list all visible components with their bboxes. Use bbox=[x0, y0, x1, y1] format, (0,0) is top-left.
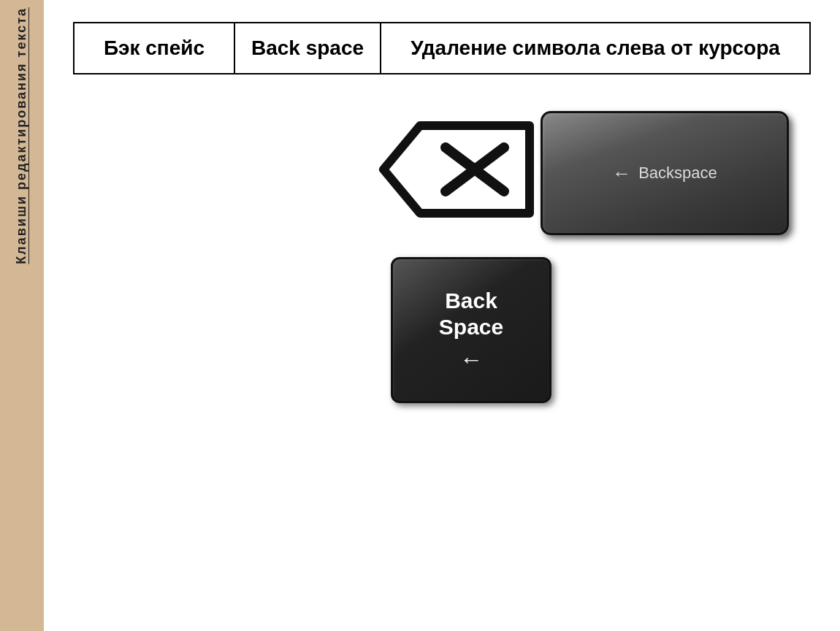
right-key-label: Backspace bbox=[638, 164, 717, 183]
images-area: Back Space ← ← Backspace bbox=[73, 96, 811, 609]
right-image-area: ← Backspace bbox=[541, 111, 789, 235]
table-cell-russian: Бэк спейс bbox=[74, 23, 234, 74]
table-cell-description: Удаление символа слева от курсора bbox=[381, 23, 810, 74]
info-table: Бэк спейс Back space Удаление символа сл… bbox=[73, 22, 811, 74]
main-content: Бэк спейс Back space Удаление символа сл… bbox=[44, 0, 840, 631]
backspace-dark-key: Back Space ← bbox=[391, 257, 551, 403]
sidebar: Клавиши редактирования текста bbox=[0, 0, 44, 631]
key-arrow: ← bbox=[459, 346, 483, 373]
key-text-line1: Back Space bbox=[439, 288, 503, 340]
right-key-arrow: ← bbox=[612, 162, 631, 185]
backspace-symbol-icon bbox=[340, 96, 544, 242]
sidebar-label: Клавиши редактирования текста bbox=[13, 7, 30, 264]
table-cell-english: Back space bbox=[234, 23, 381, 74]
backspace-right-key: ← Backspace bbox=[541, 111, 789, 235]
